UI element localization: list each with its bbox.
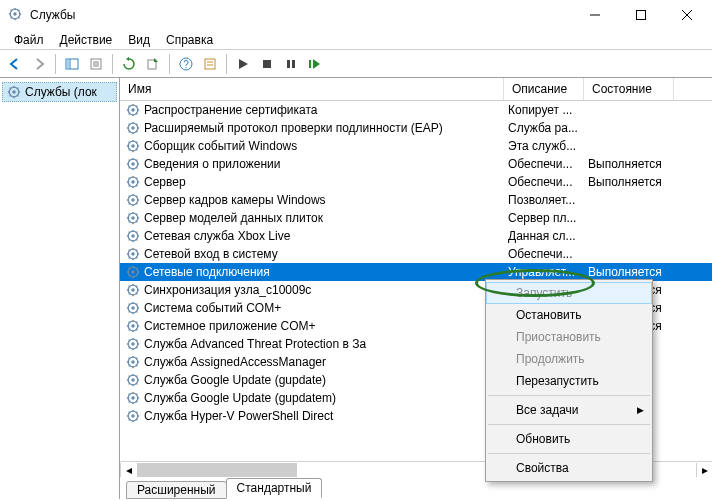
service-name: Сведения о приложении	[144, 157, 280, 171]
gear-icon	[126, 157, 140, 171]
gear-icon	[126, 103, 140, 117]
service-row[interactable]: Сетевая служба Xbox LiveДанная сл...	[120, 227, 712, 245]
service-desc: Обеспечи...	[504, 175, 584, 189]
ctx-resume[interactable]: Продолжить	[486, 348, 652, 370]
service-row[interactable]: Распространение сертификатаКопирует ...	[120, 101, 712, 119]
service-row[interactable]: Сведения о приложенииОбеспечи...Выполняе…	[120, 155, 712, 173]
service-desc: Обеспечи...	[504, 247, 584, 261]
svg-rect-27	[263, 60, 271, 68]
list-pane: Имя Описание Состояние Распространение с…	[120, 78, 712, 499]
svg-rect-11	[637, 11, 646, 20]
service-desc: Копирует ...	[504, 103, 584, 117]
properties-button[interactable]	[85, 53, 107, 75]
service-name: Сетевая служба Xbox Live	[144, 229, 290, 243]
service-row[interactable]: Расширяемый протокол проверки подлинност…	[120, 119, 712, 137]
service-name: Системное приложение COM+	[144, 319, 316, 333]
service-name: Служба Google Update (gupdatem)	[144, 391, 336, 405]
service-name: Сетевые подключения	[144, 265, 270, 279]
service-row[interactable]: СерверОбеспечи...Выполняется	[120, 173, 712, 191]
service-row[interactable]: Сервер моделей данных плитокСервер пл...	[120, 209, 712, 227]
service-name: Синхронизация узла_c10009c	[144, 283, 311, 297]
forward-button[interactable]	[28, 53, 50, 75]
submenu-arrow-icon: ▶	[637, 405, 644, 415]
service-desc: Сервер пл...	[504, 211, 584, 225]
service-row[interactable]: Сетевой вход в системуОбеспечи...	[120, 245, 712, 263]
service-state: Выполняется	[584, 157, 674, 171]
svg-rect-29	[292, 60, 295, 68]
tab-standard[interactable]: Стандартный	[226, 478, 323, 498]
ctx-pause[interactable]: Приостановить	[486, 326, 652, 348]
service-name: Распространение сертификата	[144, 103, 317, 117]
service-row[interactable]: Сборщик событий WindowsЭта служб...	[120, 137, 712, 155]
col-name[interactable]: Имя	[120, 78, 504, 100]
start-service-button[interactable]	[232, 53, 254, 75]
ctx-restart[interactable]: Перезапустить	[486, 370, 652, 392]
gear-icon	[126, 211, 140, 225]
ctx-stop[interactable]: Остановить	[486, 304, 652, 326]
service-desc: Позволяет...	[504, 193, 584, 207]
menu-view[interactable]: Вид	[120, 31, 158, 49]
ctx-all-tasks[interactable]: Все задачи▶	[486, 399, 652, 421]
tab-extended[interactable]: Расширенный	[126, 481, 227, 499]
gear-icon	[126, 355, 140, 369]
gear-icon	[126, 121, 140, 135]
props2-button[interactable]	[199, 53, 221, 75]
titlebar: Службы	[0, 0, 712, 30]
service-name: Сервер кадров камеры Windows	[144, 193, 326, 207]
gear-icon	[126, 391, 140, 405]
service-row[interactable]: Сервер кадров камеры WindowsПозволяет...	[120, 191, 712, 209]
service-name: Расширяемый протокол проверки подлинност…	[144, 121, 443, 135]
app-icon	[8, 7, 24, 23]
restart-service-button[interactable]	[304, 53, 326, 75]
context-menu: Запустить Остановить Приостановить Продо…	[485, 279, 653, 482]
menu-file[interactable]: Файл	[6, 31, 52, 49]
tree-pane: Службы (лок	[0, 78, 120, 499]
gear-icon	[126, 373, 140, 387]
service-desc: Эта служб...	[504, 139, 584, 153]
svg-rect-24	[205, 59, 215, 69]
toolbar: ?	[0, 50, 712, 78]
service-name: Служба Advanced Threat Protection в За	[144, 337, 366, 351]
maximize-button[interactable]	[618, 0, 664, 30]
ctx-refresh[interactable]: Обновить	[486, 428, 652, 450]
gear-icon	[126, 319, 140, 333]
svg-rect-30	[309, 60, 311, 68]
svg-rect-16	[67, 60, 69, 68]
menu-action[interactable]: Действие	[52, 31, 121, 49]
pause-service-button[interactable]	[280, 53, 302, 75]
gear-icon	[126, 247, 140, 261]
gear-icon	[126, 283, 140, 297]
close-button[interactable]	[664, 0, 710, 30]
service-desc: Служба ра...	[504, 121, 584, 135]
service-name: Сборщик событий Windows	[144, 139, 297, 153]
help-button[interactable]: ?	[175, 53, 197, 75]
col-desc[interactable]: Описание	[504, 78, 584, 100]
minimize-button[interactable]	[572, 0, 618, 30]
gear-icon	[126, 265, 140, 279]
body: Службы (лок Имя Описание Состояние Распр…	[0, 78, 712, 499]
gear-icon	[126, 139, 140, 153]
show-hide-tree-button[interactable]	[61, 53, 83, 75]
export-button[interactable]	[142, 53, 164, 75]
gear-icon	[126, 175, 140, 189]
service-name: Система событий COM+	[144, 301, 281, 315]
menu-help[interactable]: Справка	[158, 31, 221, 49]
service-name: Служба Google Update (gupdate)	[144, 373, 326, 387]
service-name: Сетевой вход в систему	[144, 247, 278, 261]
service-state: Выполняется	[584, 175, 674, 189]
back-button[interactable]	[4, 53, 26, 75]
svg-rect-28	[287, 60, 290, 68]
window-title: Службы	[30, 8, 572, 22]
service-desc: Данная сл...	[504, 229, 584, 243]
service-name: Служба Hyper-V PowerShell Direct	[144, 409, 333, 423]
gear-icon	[126, 337, 140, 351]
service-state: Выполняется	[584, 265, 674, 279]
stop-service-button[interactable]	[256, 53, 278, 75]
col-state[interactable]: Состояние	[584, 78, 674, 100]
ctx-properties[interactable]: Свойства	[486, 457, 652, 479]
tree-root-services[interactable]: Службы (лок	[2, 82, 117, 102]
gear-icon	[126, 193, 140, 207]
tree-root-label: Службы (лок	[25, 85, 97, 99]
refresh-button[interactable]	[118, 53, 140, 75]
ctx-start[interactable]: Запустить	[486, 282, 652, 304]
